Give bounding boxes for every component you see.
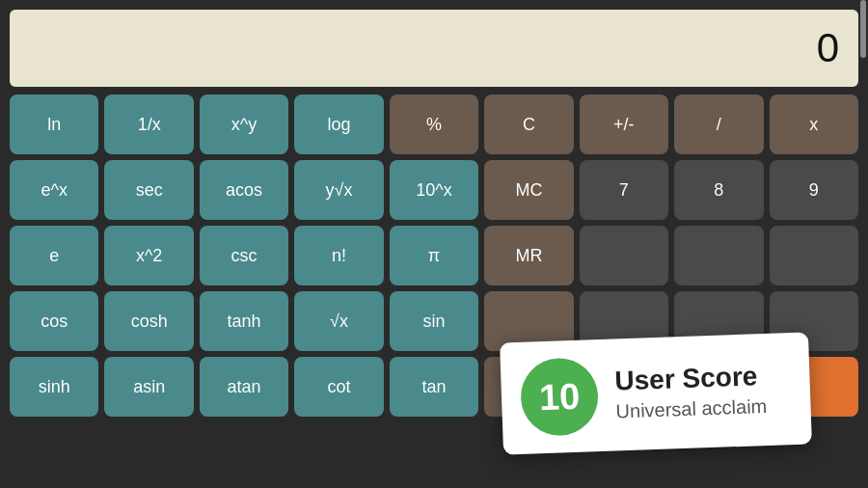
calc-btn-%-0-4[interactable]: % bbox=[390, 95, 478, 154]
button-row-2: ex^2cscn!πMR bbox=[10, 226, 858, 285]
button-row-1: e^xsecacosy√x10^xMC789 bbox=[10, 160, 858, 220]
calc-btn-cosh-3-1[interactable]: cosh bbox=[104, 291, 193, 351]
calculator-display: 0 bbox=[10, 10, 858, 87]
calc-btn-asin-4-1[interactable]: asin bbox=[104, 357, 193, 417]
calc-btn-ln-0-0[interactable]: ln bbox=[10, 95, 98, 154]
scrollbar[interactable] bbox=[860, 0, 866, 58]
calc-btn-e^x-1-0[interactable]: e^x bbox=[10, 160, 98, 220]
calc-btn-e-2-0[interactable]: e bbox=[10, 226, 98, 285]
score-subtitle: Universal acclaim bbox=[615, 395, 767, 422]
calc-btn-x^y-0-2[interactable]: x^y bbox=[200, 95, 288, 154]
user-score-overlay: 10 User Score Universal acclaim bbox=[500, 332, 812, 454]
display-value: 0 bbox=[817, 25, 839, 71]
calc-btn-9-1-8[interactable]: 9 bbox=[770, 160, 858, 220]
calc-btn-atan-4-2[interactable]: atan bbox=[200, 357, 288, 417]
button-row-0: ln1/xx^ylog%C+/-/x bbox=[10, 95, 858, 154]
calc-btn-π-2-4[interactable]: π bbox=[390, 226, 478, 285]
calc-btn-sinh-4-0[interactable]: sinh bbox=[10, 357, 98, 417]
calc-btn-1/x-0-1[interactable]: 1/x bbox=[104, 95, 193, 154]
calc-btn-/-0-7[interactable]: / bbox=[674, 95, 763, 154]
calc-btn-tanh-3-2[interactable]: tanh bbox=[200, 291, 288, 351]
calc-btn-10^x-1-4[interactable]: 10^x bbox=[390, 160, 478, 220]
calc-btn-y√x-1-3[interactable]: y√x bbox=[294, 160, 383, 220]
calc-btn-MC-1-5[interactable]: MC bbox=[484, 160, 573, 220]
calc-btn-C-0-5[interactable]: C bbox=[484, 95, 573, 154]
calc-btn-+/--0-6[interactable]: +/- bbox=[580, 95, 668, 154]
calc-btn-x-0-8[interactable]: x bbox=[770, 95, 858, 154]
calc-btn-csc-2-2[interactable]: csc bbox=[200, 226, 288, 285]
calc-btn-acos-1-2[interactable]: acos bbox=[200, 160, 288, 220]
calc-btn-n!-2-3[interactable]: n! bbox=[294, 226, 383, 285]
calc-btn-x^2-2-1[interactable]: x^2 bbox=[104, 226, 193, 285]
calc-btn-cos-3-0[interactable]: cos bbox=[10, 291, 98, 351]
calc-btn-sin-3-4[interactable]: sin bbox=[390, 291, 478, 351]
score-value: 10 bbox=[538, 375, 581, 418]
score-title: User Score bbox=[614, 362, 767, 396]
calc-btn-cot-4-3[interactable]: cot bbox=[294, 357, 383, 417]
score-text-block: User Score Universal acclaim bbox=[614, 362, 768, 422]
calc-btn-log-0-3[interactable]: log bbox=[294, 95, 383, 154]
calc-btn-empty-2-7[interactable] bbox=[674, 226, 763, 285]
calc-btn-tan-4-4[interactable]: tan bbox=[390, 357, 478, 417]
calc-btn-empty-2-6[interactable] bbox=[580, 226, 668, 285]
calc-btn-7-1-6[interactable]: 7 bbox=[580, 160, 668, 220]
calc-btn-MR-2-5[interactable]: MR bbox=[484, 226, 573, 285]
calc-btn-√x-3-3[interactable]: √x bbox=[294, 291, 383, 351]
calc-btn-empty-2-8[interactable] bbox=[770, 226, 858, 285]
score-circle: 10 bbox=[520, 357, 600, 437]
calc-btn-sec-1-1[interactable]: sec bbox=[104, 160, 193, 220]
calc-btn-8-1-7[interactable]: 8 bbox=[674, 160, 763, 220]
